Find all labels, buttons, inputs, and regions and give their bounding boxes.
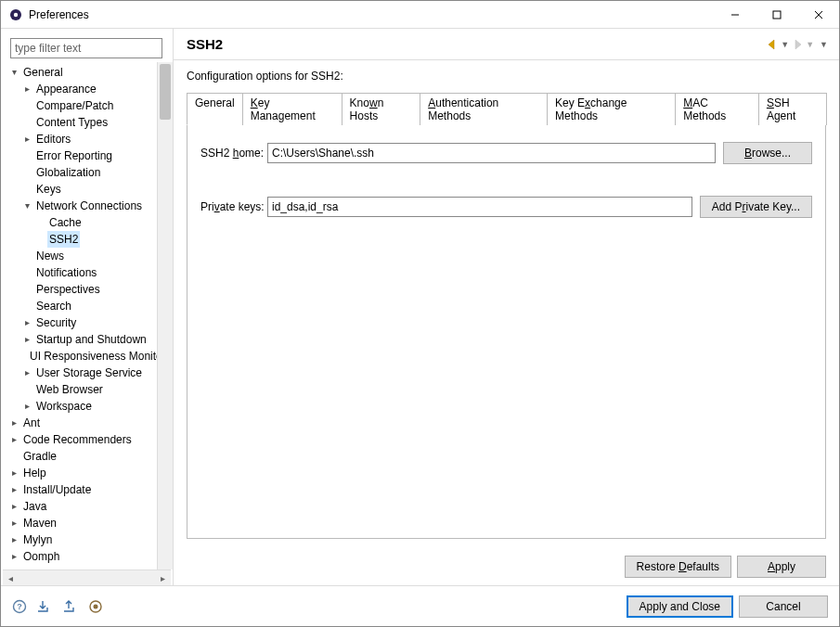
tree-item-perspectives[interactable]: ▸Perspectives [21,281,157,298]
cancel-button[interactable]: Cancel [739,595,828,618]
sidebar: ▾General ▸Appearance ▸Compare/Patch ▸Con… [1,29,174,585]
tree-item-mylyn[interactable]: ▸Mylyn [8,531,157,548]
tree-item-network-connections[interactable]: ▾Network Connections [21,198,157,214]
tab-bar: General Key Management Known Hosts Authe… [187,92,826,125]
private-keys-input[interactable] [267,197,692,217]
tab-mac-methods[interactable]: MAC Methods [675,93,759,125]
tree-item-workspace[interactable]: ▸Workspace [21,398,157,415]
tree-item-maven[interactable]: ▸Maven [8,515,157,531]
dialog-footer: ? Apply and Close Cancel [1,585,839,626]
browse-button[interactable]: Browse... [723,142,812,164]
page-description: Configuration options for SSH2: [187,70,826,83]
tree-item-content-types[interactable]: ▸Content Types [21,114,157,131]
tab-general[interactable]: General [187,93,243,125]
tab-known-hosts[interactable]: Known Hosts [342,93,421,125]
page-toolbar: ▼ ▼ ▼ [766,39,828,50]
export-icon[interactable] [62,599,79,614]
tree-item-notifications[interactable]: ▸Notifications [21,264,157,281]
help-icon[interactable]: ? [12,599,27,614]
tab-key-exchange-methods[interactable]: Key Exchange Methods [547,93,676,125]
tree-item-appearance[interactable]: ▸Appearance [21,81,157,97]
tree-item-ssh2[interactable]: ▸SSH2 [34,231,157,248]
tree-item-cache[interactable]: ▸Cache [34,214,157,231]
tree-item-general[interactable]: ▾General [8,64,157,81]
close-button[interactable] [797,1,839,28]
tree-item-keys[interactable]: ▸Keys [21,181,157,198]
filter-input[interactable] [10,38,162,58]
restore-defaults-button[interactable]: Restore Defaults [625,556,731,578]
tab-authentication-methods[interactable]: Authentication Methods [420,93,548,125]
svg-text:?: ? [17,602,22,611]
tree-item-code-recommenders[interactable]: ▸Code Recommenders [8,431,157,448]
tree-item-gradle[interactable]: ▸Gradle [8,448,157,465]
minimize-button[interactable] [714,1,756,28]
forward-menu-icon[interactable]: ▼ [806,40,814,49]
tree-item-error-reporting[interactable]: ▸Error Reporting [21,147,157,164]
tree-horizontal-scrollbar[interactable]: ◂▸ [3,569,171,585]
svg-point-9 [94,604,98,608]
apply-and-close-button[interactable]: Apply and Close [627,595,733,618]
tree-item-security[interactable]: ▸Security [21,314,157,331]
tree-item-startup-shutdown[interactable]: ▸Startup and Shutdown [21,331,157,348]
private-keys-label: Private keys: [200,200,267,213]
back-icon[interactable] [766,39,779,50]
window-title: Preferences [29,8,89,21]
maximize-button[interactable] [756,1,797,28]
page-title: SSH2 [187,36,223,52]
add-private-key-button[interactable]: Add Private Key... [700,196,812,218]
tree-item-ant[interactable]: ▸Ant [8,415,157,431]
tab-panel-general: SSH2 home: Browse... Private keys: Add P… [187,125,826,539]
tree-item-web-browser[interactable]: ▸Web Browser [21,381,157,398]
tree-item-editors[interactable]: ▸Editors [21,131,157,147]
tree-item-compare-patch[interactable]: ▸Compare/Patch [21,97,157,114]
tree-item-globalization[interactable]: ▸Globalization [21,164,157,181]
window-title-bar: Preferences [1,1,839,29]
tree-item-help[interactable]: ▸Help [8,465,157,481]
forward-icon[interactable] [791,39,804,50]
apply-button[interactable]: Apply [737,556,826,578]
tab-key-management[interactable]: Key Management [242,93,342,125]
tree-item-java[interactable]: ▸Java [8,498,157,515]
tree-item-search[interactable]: ▸Search [21,298,157,314]
tree-item-user-storage[interactable]: ▸User Storage Service [21,365,157,381]
preferences-tree[interactable]: ▾General ▸Appearance ▸Compare/Patch ▸Con… [3,62,157,569]
tree-item-install-update[interactable]: ▸Install/Update [8,481,157,498]
app-icon [8,7,23,22]
svg-rect-3 [773,11,781,19]
page-button-row: Restore Defaults Apply [174,548,839,585]
ssh2-home-input[interactable] [267,143,716,163]
svg-point-1 [14,12,18,16]
ssh2-home-label: SSH2 home: [200,147,267,160]
back-menu-icon[interactable]: ▼ [781,40,789,49]
tree-item-ui-responsiveness[interactable]: ▸UI Responsiveness Monitoring [21,348,157,365]
oomph-record-icon[interactable] [88,599,103,614]
tree-vertical-scrollbar[interactable] [157,62,173,569]
import-icon[interactable] [36,599,53,614]
tab-ssh-agent[interactable]: SSH Agent [758,93,827,125]
view-menu-icon[interactable]: ▼ [820,40,828,49]
tree-item-news[interactable]: ▸News [21,248,157,264]
tree-item-oomph[interactable]: ▸Oomph [8,548,157,565]
